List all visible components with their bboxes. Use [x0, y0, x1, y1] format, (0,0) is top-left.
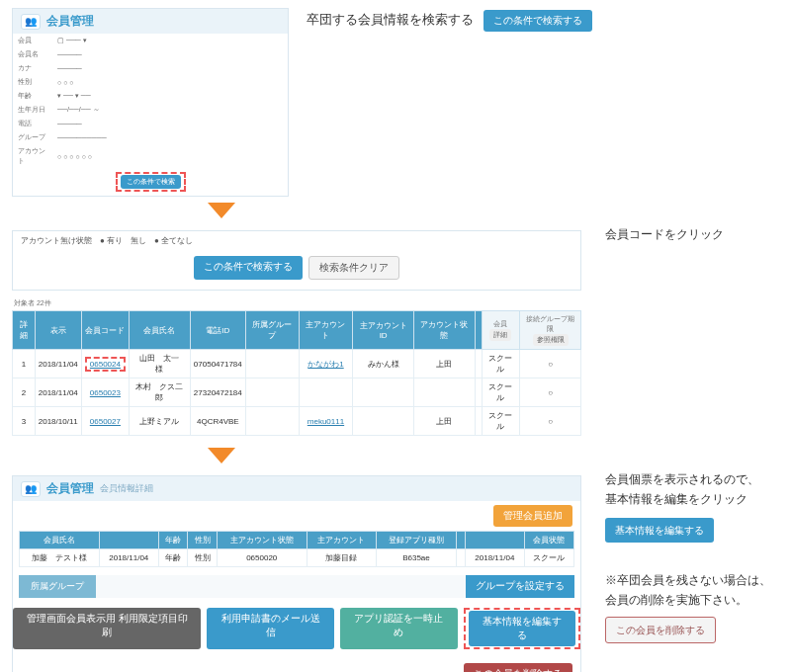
col-header: 会員氏名 — [129, 311, 190, 350]
section2-caption: 会員コードをクリック — [605, 224, 791, 244]
col-header: 所属グループ — [245, 311, 299, 350]
result-count: 対象者 22件 — [0, 296, 593, 310]
group-label: 所属グループ — [19, 575, 96, 598]
col-header: 主アカウント — [299, 311, 353, 350]
perm-button[interactable]: 参照権限 — [533, 334, 569, 346]
member-code-link[interactable]: 0650027 — [90, 417, 121, 426]
account-status-radios[interactable]: アカウント無け状態 ● 有り 無し ● 全てなし — [13, 231, 580, 250]
search-button[interactable]: この条件で検索 — [121, 175, 181, 189]
panel-header: 👥 会員管理 — [13, 9, 288, 34]
panel-title: 会員管理 — [46, 13, 94, 30]
radio-option[interactable]: 無し — [131, 235, 146, 246]
col-header: 主アカウントID — [353, 311, 414, 350]
set-group-button[interactable]: グループを設定する — [466, 575, 574, 598]
col-header: アカウント状態 — [413, 311, 475, 350]
detail-button[interactable]: 詳細 — [489, 329, 511, 341]
edit-basic-info-button-ref[interactable]: 基本情報を編集する — [605, 518, 714, 543]
table-row: 加藤 テスト様 2018/11/04 年齢 性別 0650020 加藤目録 B6… — [20, 549, 574, 567]
detail-table: 会員氏名年齢性別 主アカウント状態主アカウント登録アプリ種別 会員状態 加藤 テ… — [19, 531, 574, 567]
col-header: 電話ID — [190, 311, 245, 350]
delete-member-button-ref[interactable]: この会員を削除する — [605, 617, 716, 643]
section3-note1: ※卒団会員を残さない場合は、 — [605, 570, 791, 590]
arrow-down-icon — [208, 448, 235, 463]
col-header: 接続グループ期限 — [526, 315, 574, 332]
account-link[interactable]: かながわ1 — [308, 360, 343, 369]
mail-button[interactable]: 利用申請書のメール送信 — [207, 608, 333, 649]
col-header: 詳細 — [13, 311, 36, 350]
col-header: 表示 — [35, 311, 81, 350]
member-code-link[interactable]: 0650024 — [90, 360, 121, 369]
edit-basic-info-button[interactable]: 基本情報を編集する — [469, 611, 575, 646]
clear-button[interactable]: 検索条件クリア — [308, 256, 399, 280]
panel-subtitle: 会員情報詳細 — [100, 482, 153, 495]
section1-caption: 卒団する会員情報を検索する — [307, 12, 474, 27]
col-header: 会員コード — [81, 311, 129, 350]
results-table: 詳細 表示 会員コード 会員氏名 電話ID 所属グループ 主アカウント 主アカウ… — [12, 310, 581, 436]
delete-member-button[interactable]: この会員を削除する — [464, 663, 572, 672]
code-link-highlight: 0650024 — [85, 357, 126, 372]
section3-note2: 会員の削除を実施下さい。 — [605, 590, 791, 610]
radio-option[interactable]: ● 全てなし — [154, 235, 193, 246]
account-link[interactable]: meku0111 — [308, 417, 344, 426]
section3-caption1: 会員個票を表示されるので、 — [605, 469, 791, 489]
search-condition-button[interactable]: この条件で検索する — [483, 10, 592, 32]
search-button-highlight: この条件で検索 — [116, 172, 186, 192]
table-row: 32018/10/11 0650027 上野ミアル4QCR4VBE meku01… — [13, 407, 581, 436]
member-icon: 👥 — [21, 14, 41, 30]
col-header: 会員 — [493, 320, 507, 327]
panel-header: 👥 会員管理 会員情報詳細 — [13, 476, 580, 501]
arrow-down-icon — [208, 203, 235, 218]
panel-title: 会員管理 — [46, 480, 94, 497]
radio-option[interactable]: ● 有り — [100, 235, 123, 246]
edit-button-highlight: 基本情報を編集する — [464, 608, 580, 649]
app-auth-button[interactable]: アプリ認証を一時止め — [340, 608, 458, 649]
member-code-link[interactable]: 0650023 — [90, 388, 121, 397]
search-button[interactable]: この条件で検索する — [194, 256, 303, 280]
col-header — [475, 311, 482, 350]
radio-label: アカウント無け状態 — [21, 235, 92, 246]
print-button[interactable]: 管理画面会員表示用 利用限定項目印刷 — [13, 608, 201, 649]
section3-caption2: 基本情報を編集をクリック — [605, 489, 791, 509]
member-icon: 👥 — [21, 481, 41, 497]
add-admin-member-button[interactable]: 管理会員追加 — [493, 505, 572, 527]
table-row: 22018/11/04 0650023 木村 クス二郎27320472184 ス… — [13, 378, 581, 407]
search-form: 会員▢ ─── ▾ 会員名───── カナ───── 性別○ ○ ○ 年齢▾ ─… — [13, 34, 288, 168]
table-row: 12018/11/04 0650024 山田 太一 様07050471784 か… — [13, 350, 581, 378]
